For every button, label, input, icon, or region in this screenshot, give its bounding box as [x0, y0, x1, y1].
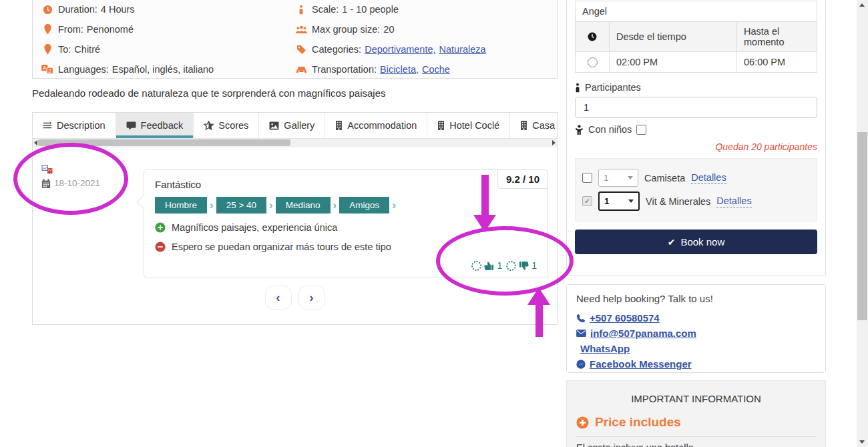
clock-icon: [41, 5, 54, 15]
chevron-down-icon: [628, 176, 633, 179]
scroll-left-arrow-icon[interactable]: [34, 140, 37, 145]
check-icon: [668, 236, 676, 248]
detail-value: 20: [383, 24, 394, 35]
email-address: info@507panama.com: [590, 328, 696, 339]
dislike-count: 1: [497, 260, 502, 271]
extra-quantity-select[interactable]: 1: [598, 169, 638, 187]
detail-row-categories: Categories: Deportivamente, Naturaleza: [294, 39, 486, 59]
children-checkbox[interactable]: [636, 125, 646, 135]
phone-number: +507 60580574: [590, 312, 660, 324]
scroll-up-arrow-icon[interactable]: [859, 3, 865, 7]
category-link[interactable]: Naturaleza: [439, 44, 486, 55]
tab-label: Accommodation: [347, 120, 417, 131]
detail-value: Chitré: [74, 44, 100, 55]
tab-gallery[interactable]: Gallery: [259, 113, 325, 138]
book-now-label: Book now: [680, 236, 724, 248]
previous-page-button[interactable]: ‹: [265, 286, 292, 310]
tab-label: Hotel Coclé: [449, 120, 499, 131]
like-button[interactable]: 1: [506, 260, 537, 271]
scroll-down-arrow-icon[interactable]: [859, 440, 865, 444]
horizontal-scrollbar[interactable]: [33, 138, 557, 147]
extra-checkbox[interactable]: [582, 173, 592, 183]
tab-description[interactable]: Description: [33, 113, 116, 138]
group-icon: [294, 25, 308, 34]
detail-label: Scale:: [312, 4, 339, 15]
extra-name: Vit & Minerales: [646, 196, 710, 207]
price-includes-heading: Price includes: [576, 415, 816, 430]
divider: [576, 436, 816, 437]
chevron-right-icon: [333, 199, 337, 211]
guide-name: Angel: [576, 1, 817, 22]
star-icon: [204, 121, 214, 130]
chevron-down-icon: [628, 199, 634, 203]
extra-quantity-select[interactable]: 1: [598, 191, 640, 211]
transportation-link[interactable]: Bicicleta,: [380, 64, 419, 75]
time-slot-radio[interactable]: [588, 57, 598, 67]
detail-row-scale: Scale: 1 - 10 people: [294, 0, 486, 19]
tab-label: Gallery: [284, 120, 314, 131]
detail-label: Duration:: [58, 4, 97, 15]
review-card: Fantástico 9.2 / 10 Hombre 25 > 40 Media…: [144, 169, 548, 278]
person-icon: [294, 5, 308, 15]
tab-feedback[interactable]: Feedback: [116, 113, 194, 138]
tour-description: Pedaleando rodeado de naturaleza que te …: [32, 87, 558, 99]
participants-label: Participantes: [585, 82, 641, 93]
tour-details-right-column: Scale: 1 - 10 people Max group size: 20 …: [294, 0, 486, 79]
detail-row-duration: Duration: 4 Hours: [41, 0, 214, 19]
time-to-header: Hasta el momento: [737, 22, 817, 52]
tab-accommodation[interactable]: Accommodation: [325, 113, 427, 138]
envelope-icon: [576, 330, 586, 337]
book-now-button[interactable]: Book now: [575, 230, 817, 254]
tab-casa-praga[interactable]: Casa Praga: [510, 113, 557, 138]
review-negative-text: Espero se puedan organizar más tours de …: [172, 242, 391, 252]
tab-scores[interactable]: Scores: [194, 113, 259, 138]
transportation-link[interactable]: Coche: [422, 64, 450, 75]
booking-panel: Angel Desde el tiempo Hasta el momento 0…: [566, 0, 826, 276]
phone-link[interactable]: +507 60580574: [576, 312, 816, 324]
extra-details-link[interactable]: Detalles: [716, 195, 751, 207]
selected-quantity: 1: [604, 196, 610, 206]
vertical-scrollbar[interactable]: [857, 0, 868, 447]
plus-circle-icon: [155, 222, 166, 233]
participants-input[interactable]: [575, 97, 817, 118]
next-page-button[interactable]: ›: [298, 286, 325, 310]
tour-details-left-column: Duration: 4 Hours From: Penonomé To: Chi…: [41, 0, 214, 79]
dislike-button[interactable]: 1: [471, 260, 502, 271]
review-pagination: ‹ ›: [33, 286, 557, 310]
category-link[interactable]: Deportivamente,: [365, 44, 435, 55]
detail-value: 1 - 10 people: [342, 4, 399, 15]
list-icon: [43, 121, 52, 130]
selected-quantity: 1: [604, 173, 609, 183]
thumbs-up-icon: [519, 261, 529, 271]
price-includes-text: El costo incluye una botella: [576, 442, 816, 447]
tab-strip: Description Feedback Scores Gallery Acco…: [33, 113, 557, 138]
detail-value: Penonomé: [87, 24, 134, 35]
tab-hotel-cocle[interactable]: Hotel Coclé: [427, 113, 510, 138]
review-title: Fantástico: [155, 179, 537, 190]
detail-row-transportation: Transportation: Bicicleta, Coche: [294, 59, 486, 79]
extra-name: Camiseta: [644, 173, 685, 183]
horizontal-scrollbar-thumb[interactable]: [38, 139, 290, 146]
svg-text:A: A: [43, 65, 46, 71]
detail-row-languages: AZ Languages: Español, inglés, italiano: [41, 59, 214, 79]
tour-details-card: Duration: 4 Hours From: Penonomé To: Chi…: [32, 0, 558, 79]
map-marker-icon: [41, 44, 54, 55]
building-icon: [335, 121, 343, 130]
email-link[interactable]: info@507panama.com: [576, 328, 816, 339]
review-tag: Hombre: [155, 197, 207, 213]
extras-box: 1 Camiseta Detalles 1 Vit & Minerales De…: [575, 158, 817, 221]
child-icon: [575, 125, 584, 135]
review-tag: Amigos: [339, 197, 389, 213]
feedback-tab-content: 18-10-2021 Fantástico 9.2 / 10 Hombre 25…: [33, 147, 557, 325]
person-dark-icon: [575, 83, 580, 93]
whatsapp-link[interactable]: WhatsApp: [576, 343, 816, 354]
review-date-row: 18-10-2021: [41, 178, 100, 188]
review-score-badge: 9.2 / 10: [497, 169, 548, 189]
scroll-right-arrow-icon[interactable]: [552, 140, 556, 145]
messenger-link[interactable]: Facebook Messenger: [576, 358, 816, 370]
schedule-table: Angel Desde el tiempo Hasta el momento 0…: [575, 1, 817, 73]
extra-details-link[interactable]: Detalles: [691, 172, 726, 184]
detail-label: Categories:: [312, 44, 361, 55]
vertical-scrollbar-thumb[interactable]: [857, 132, 867, 320]
messenger-icon: [576, 360, 586, 369]
